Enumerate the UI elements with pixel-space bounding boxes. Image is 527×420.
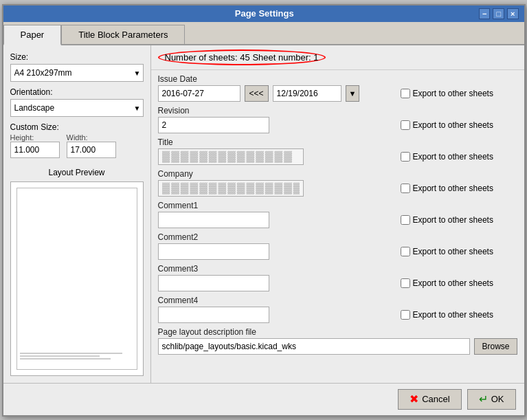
title-section: Title Export to other sheets: [158, 137, 517, 165]
title-input[interactable]: [158, 148, 304, 165]
comment1-input[interactable]: [158, 212, 269, 228]
ok-button[interactable]: ↵ OK: [467, 389, 516, 410]
comment2-export-area: Export to other sheets: [401, 247, 517, 256]
comment4-row: Export to other sheets: [158, 307, 517, 323]
sheet-info-oval: Number of sheets: 45 Sheet number: 1: [158, 49, 326, 65]
hw-row: Height: Width:: [10, 133, 144, 158]
issue-date-input[interactable]: [158, 85, 240, 102]
comment3-section: Comment3 Export to other sheets: [158, 264, 517, 291]
revision-row: Export to other sheets: [158, 117, 517, 133]
height-input[interactable]: [10, 142, 60, 158]
comment2-input[interactable]: [158, 243, 269, 260]
main-content: Size: A4 210x297mm A3 Letter Orientation…: [3, 45, 524, 383]
height-col: Height:: [10, 133, 60, 158]
comment3-export-checkbox[interactable]: [401, 278, 410, 288]
orientation-select-wrapper[interactable]: Landscape Portrait: [10, 99, 144, 117]
title-export-label[interactable]: Export to other sheets: [401, 152, 517, 162]
title-row: Export to other sheets: [158, 148, 517, 165]
title-export-checkbox[interactable]: [401, 152, 410, 162]
width-input[interactable]: [67, 142, 116, 158]
tab-paper[interactable]: Paper: [3, 25, 62, 45]
tab-bar: Paper Title Block Parameters: [3, 22, 524, 45]
issue-date-export-label[interactable]: Export to other sheets: [401, 89, 517, 98]
size-select[interactable]: A4 210x297mm A3 Letter: [10, 64, 144, 82]
maximize-button[interactable]: □: [493, 8, 504, 19]
date-prev-button[interactable]: <<<: [245, 85, 269, 102]
company-row: Export to other sheets: [158, 180, 517, 197]
comment3-row: Export to other sheets: [158, 275, 517, 291]
issue-date-field-row: <<< ▼: [158, 85, 401, 102]
ok-icon: ↵: [479, 393, 488, 406]
size-select-wrapper[interactable]: A4 210x297mm A3 Letter: [10, 64, 144, 82]
comment1-export-checkbox[interactable]: [401, 215, 410, 225]
info-bar: Number of sheets: 45 Sheet number: 1: [151, 45, 524, 70]
sheet-info-text: Number of sheets: 45 Sheet number: 1: [165, 52, 319, 63]
title-input-area: [158, 148, 401, 165]
company-export-text: Export to other sheets: [413, 184, 493, 193]
title-export-text: Export to other sheets: [413, 152, 493, 162]
issue-date-label: Issue Date: [158, 74, 517, 84]
comment1-row: Export to other sheets: [158, 212, 517, 228]
layout-preview-label: Layout Preview: [10, 168, 144, 177]
file-input[interactable]: [158, 338, 471, 355]
comment2-export-checkbox[interactable]: [401, 247, 410, 256]
title-label: Title: [158, 137, 517, 147]
company-export-area: Export to other sheets: [401, 184, 517, 193]
comment3-input[interactable]: [158, 275, 269, 291]
cancel-label: Cancel: [422, 394, 449, 404]
comment4-export-area: Export to other sheets: [401, 310, 517, 320]
company-export-label[interactable]: Export to other sheets: [401, 184, 517, 193]
revision-input-area: [158, 117, 401, 133]
revision-export-checkbox[interactable]: [401, 120, 410, 130]
browse-button[interactable]: Browse: [474, 338, 517, 355]
revision-export-text: Export to other sheets: [413, 120, 493, 130]
comment3-label: Comment3: [158, 264, 517, 274]
ok-label: OK: [491, 394, 504, 404]
preview-line: [20, 358, 111, 360]
window-controls[interactable]: − □ ×: [479, 8, 519, 19]
comment4-export-checkbox[interactable]: [401, 310, 410, 320]
issue-date-section: Issue Date <<< ▼: [158, 74, 517, 102]
preview-line: [20, 353, 122, 354]
tab-title-block[interactable]: Title Block Parameters: [61, 25, 185, 44]
comment1-export-text: Export to other sheets: [413, 215, 493, 225]
comment3-export-label[interactable]: Export to other sheets: [401, 278, 517, 288]
cancel-button[interactable]: ✖ Cancel: [398, 389, 461, 410]
width-col: Width:: [67, 133, 116, 158]
file-row: Browse: [158, 338, 517, 355]
comment2-export-label[interactable]: Export to other sheets: [401, 247, 517, 256]
comment4-export-label[interactable]: Export to other sheets: [401, 310, 517, 320]
size-label: Size:: [10, 52, 144, 62]
file-section: Page layout description file Browse: [158, 327, 517, 355]
comment4-export-text: Export to other sheets: [413, 310, 493, 320]
date-dropdown-button[interactable]: ▼: [346, 85, 360, 102]
page-settings-dialog: Page Settings − □ × Paper Title Block Pa…: [2, 4, 526, 417]
company-input-area: [158, 180, 401, 197]
comment4-label: Comment4: [158, 296, 517, 305]
company-input[interactable]: [158, 180, 304, 197]
comment4-input[interactable]: [158, 307, 269, 323]
company-export-checkbox[interactable]: [401, 184, 410, 193]
issue-date2-input[interactable]: [273, 85, 341, 102]
comment2-label: Comment2: [158, 232, 517, 242]
revision-input[interactable]: [158, 117, 269, 133]
layout-preview-box: [10, 181, 144, 376]
comment3-export-area: Export to other sheets: [401, 278, 517, 288]
orientation-select[interactable]: Landscape Portrait: [10, 99, 144, 117]
issue-date-row: <<< ▼ Export to other sheets: [158, 85, 517, 102]
comment1-export-area: Export to other sheets: [401, 215, 517, 225]
height-label: Height:: [10, 133, 60, 142]
width-label: Width:: [67, 133, 116, 142]
issue-date-export-area: Export to other sheets: [401, 89, 517, 98]
close-button[interactable]: ×: [507, 8, 518, 19]
comment2-input-area: [158, 243, 401, 260]
cancel-icon: ✖: [410, 393, 418, 406]
revision-export-label[interactable]: Export to other sheets: [401, 120, 517, 130]
layout-preview-inner: [11, 182, 143, 375]
bottom-bar: ✖ Cancel ↵ OK: [3, 383, 524, 415]
minimize-button[interactable]: −: [479, 8, 490, 19]
preview-lines: [20, 353, 134, 366]
comment1-input-area: [158, 212, 401, 228]
comment1-export-label[interactable]: Export to other sheets: [401, 215, 517, 225]
issue-date-export-checkbox[interactable]: [401, 89, 410, 98]
